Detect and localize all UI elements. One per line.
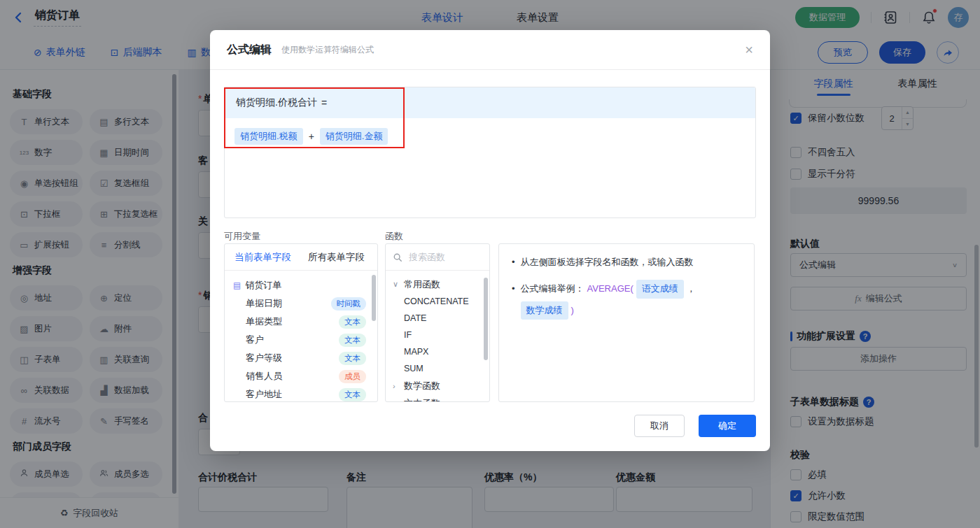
function-group-label: 常用函数 (404, 278, 440, 291)
function-group[interactable]: ›数学函数 (393, 377, 489, 394)
variable-root-label: 销货订单 (245, 279, 281, 292)
function-item[interactable]: SUM (393, 360, 489, 377)
function-item[interactable]: MAPX (393, 343, 489, 360)
variable-name: 销售人员 (246, 370, 282, 383)
function-group[interactable]: ∨常用函数 (393, 276, 489, 293)
formula-field-token[interactable]: 销货明细.金额 (320, 128, 388, 145)
variable-type-badge: 文本 (339, 388, 366, 401)
variable-item[interactable]: 客户文本 (233, 331, 377, 349)
variable-item[interactable]: 销售人员成员 (233, 367, 377, 385)
formula-editor-modal: 公式编辑 使用数学运算符编辑公式 × 销货明细.价税合计 = 销货明细.税额+销… (210, 30, 770, 451)
variable-name: 客户 (246, 334, 264, 346)
formula-editor-area[interactable]: 销货明细.价税合计 = 销货明细.税额+销货明细.金额 (224, 87, 756, 218)
function-item[interactable]: DATE (393, 310, 489, 327)
formula-operator: + (309, 131, 314, 142)
variable-name: 单据类型 (246, 315, 282, 328)
function-group-label: 数学函数 (404, 380, 440, 392)
variable-item[interactable]: 单据类型文本 (233, 313, 377, 331)
variables-scrollbar[interactable] (372, 275, 376, 321)
variable-item[interactable]: 客户地址文本 (233, 385, 377, 402)
function-group-label: 文本函数 (404, 397, 440, 403)
modal-title: 公式编辑 (227, 43, 272, 57)
formula-target-field: 销货明细.价税合计 (236, 97, 317, 109)
close-icon[interactable]: × (745, 43, 753, 57)
example-function-close: ) (571, 304, 574, 318)
formula-target-row: 销货明细.价税合计 = (225, 87, 755, 118)
app-screen: 销货订单 表单设计 表单设置 数据管理 存 ⊘表单外链⊡后端脚本▥数据权限 预览… (0, 0, 980, 528)
variable-name: 客户地址 (246, 388, 282, 401)
variable-type-badge: 文本 (339, 352, 366, 365)
chevron-right-icon: › (393, 382, 400, 390)
variable-type-badge: 时间戳 (331, 297, 367, 311)
search-icon (393, 252, 402, 262)
function-item[interactable]: CONCATENATE (393, 293, 489, 310)
functions-panel: ∨常用函数CONCATENATEDATEIFMAPXSUM›数学函数›文本函数 (385, 243, 490, 402)
variable-name: 单据日期 (246, 297, 282, 310)
chevron-down-icon: ∨ (393, 280, 400, 289)
example-function-open: AVERAGE( (587, 282, 634, 297)
function-item[interactable]: IF (393, 327, 489, 343)
variable-name: 客户等级 (246, 352, 282, 364)
formula-field-token[interactable]: 销货明细.税额 (234, 128, 303, 145)
function-search-box (386, 244, 489, 271)
formula-equals: = (321, 97, 327, 108)
help-line-1: • 从左侧面板选择字段名和函数，或输入函数 (512, 255, 741, 270)
tab-all-form-fields[interactable]: 所有表单字段 (308, 251, 365, 264)
variable-item[interactable]: 客户等级文本 (233, 349, 377, 367)
formula-help-panel: • 从左侧面板选择字段名和函数，或输入函数 • 公式编辑举例： AVERAGE(… (498, 243, 755, 402)
document-icon: ▤ (233, 280, 241, 290)
tab-current-form-fields[interactable]: 当前表单字段 (234, 251, 291, 264)
variables-panel: 当前表单字段 所有表单字段 ▤销货订单单据日期时间戳单据类型文本客户文本客户等级… (224, 243, 378, 402)
function-group[interactable]: ›文本函数 (393, 394, 489, 402)
variable-tree-root[interactable]: ▤销货订单 (233, 276, 377, 294)
cancel-button[interactable]: 取消 (634, 415, 685, 437)
variable-type-badge: 文本 (339, 334, 366, 347)
modal-header: 公式编辑 使用数学运算符编辑公式 × (210, 30, 770, 70)
confirm-button[interactable]: 确定 (699, 415, 756, 437)
modal-subtitle: 使用数学运算符编辑公式 (281, 44, 374, 56)
variables-section-label: 可用变量 (224, 230, 260, 243)
variable-item[interactable]: 单据日期时间戳 (233, 294, 377, 313)
example-field-chip: 语文成绩 (636, 280, 684, 299)
variable-type-badge: 成员 (339, 370, 366, 383)
variable-type-badge: 文本 (339, 315, 366, 329)
functions-scrollbar[interactable] (484, 278, 488, 360)
chevron-right-icon: › (393, 399, 400, 403)
help-line-2: • 公式编辑举例： AVERAGE( 语文成绩 ， 数学成绩 ) (512, 280, 741, 320)
function-search-input[interactable] (407, 251, 482, 263)
functions-section-label: 函数 (385, 230, 403, 243)
example-field-chip: 数学成绩 (521, 301, 568, 320)
